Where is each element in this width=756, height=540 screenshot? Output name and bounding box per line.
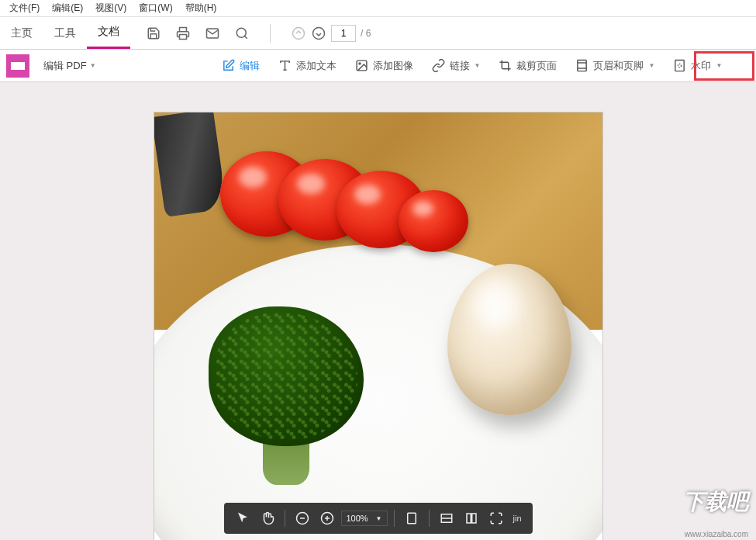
svg-point-14 — [678, 64, 682, 67]
document-page[interactable] — [154, 112, 603, 540]
tool-watermark[interactable]: 水印▼ — [664, 59, 731, 73]
fullscreen-icon[interactable] — [485, 507, 507, 529]
tool-add-text[interactable]: 添加文本 — [269, 59, 346, 73]
svg-rect-24 — [471, 514, 475, 523]
menu-window[interactable]: 窗口(W) — [133, 0, 178, 16]
page-navigation: / 6 — [291, 25, 371, 42]
mail-icon[interactable] — [205, 26, 220, 41]
svg-point-2 — [236, 28, 246, 37]
print-icon[interactable] — [175, 26, 191, 41]
tab-document[interactable]: 文档 — [87, 17, 130, 49]
document-canvas[interactable]: 100%▼ jin 下载吧 www.xiazaiba.com — [0, 82, 756, 540]
tool-crop-page[interactable]: 裁剪页面 — [489, 59, 566, 73]
page-total: / 6 — [361, 28, 371, 39]
svg-rect-0 — [180, 34, 187, 39]
page-layout-icon[interactable] — [461, 507, 482, 529]
fit-width-icon[interactable] — [436, 507, 457, 529]
tab-home[interactable]: 主页 — [0, 19, 43, 48]
fit-page-icon[interactable] — [401, 507, 423, 529]
svg-point-5 — [313, 27, 325, 39]
site-watermark: www.xiazaiba.com — [685, 530, 748, 538]
hand-tool-icon[interactable] — [256, 507, 278, 529]
zoom-out-icon[interactable] — [291, 507, 312, 529]
edit-pdf-dropdown[interactable]: 编辑 PDF▼ — [36, 59, 104, 73]
separator — [394, 510, 395, 527]
zoom-level-select[interactable]: 100%▼ — [340, 511, 387, 526]
tool-edit[interactable]: 编辑 — [212, 59, 269, 73]
tool-header-footer[interactable]: 页眉和页脚▼ — [566, 59, 664, 73]
tab-tools[interactable]: 工具 — [43, 19, 87, 48]
menu-edit[interactable]: 编辑(E) — [46, 0, 89, 16]
svg-rect-23 — [467, 514, 471, 523]
menu-view[interactable]: 视图(V) — [89, 0, 133, 16]
menubar: 文件(F) 编辑(E) 视图(V) 窗口(W) 帮助(H) — [0, 0, 756, 17]
page-down-icon[interactable] — [311, 26, 326, 41]
separator — [270, 24, 271, 43]
tool-add-image[interactable]: 添加图像 — [346, 59, 423, 73]
zoom-in-icon[interactable] — [316, 507, 337, 529]
svg-line-3 — [244, 36, 247, 38]
app-mode-icon[interactable] — [6, 54, 29, 78]
separator — [284, 510, 285, 527]
tabbar: 主页 工具 文档 / 6 — [0, 17, 756, 50]
search-icon[interactable] — [234, 26, 250, 41]
toolbar-text: jin — [510, 514, 525, 523]
document-image-content — [154, 112, 602, 540]
separator — [429, 510, 430, 527]
svg-point-9 — [359, 63, 361, 64]
save-icon[interactable] — [146, 26, 161, 41]
svg-point-4 — [293, 27, 305, 39]
menu-help[interactable]: 帮助(H) — [179, 0, 223, 16]
svg-rect-10 — [578, 60, 586, 71]
floating-view-toolbar: 100%▼ jin — [223, 503, 532, 534]
tool-link[interactable]: 链接▼ — [423, 59, 490, 73]
menu-file[interactable]: 文件(F) — [3, 0, 46, 16]
svg-rect-13 — [675, 60, 684, 71]
download-badge: 下载吧 — [683, 487, 748, 517]
page-up-icon[interactable] — [291, 26, 306, 41]
select-tool-icon[interactable] — [231, 507, 253, 529]
svg-rect-20 — [407, 513, 416, 524]
page-number-input[interactable] — [331, 25, 356, 42]
edit-toolbar: 编辑 PDF▼ 编辑 添加文本 添加图像 链接▼ 裁剪页面 页眉和页脚▼ 水印▼ — [0, 50, 756, 82]
